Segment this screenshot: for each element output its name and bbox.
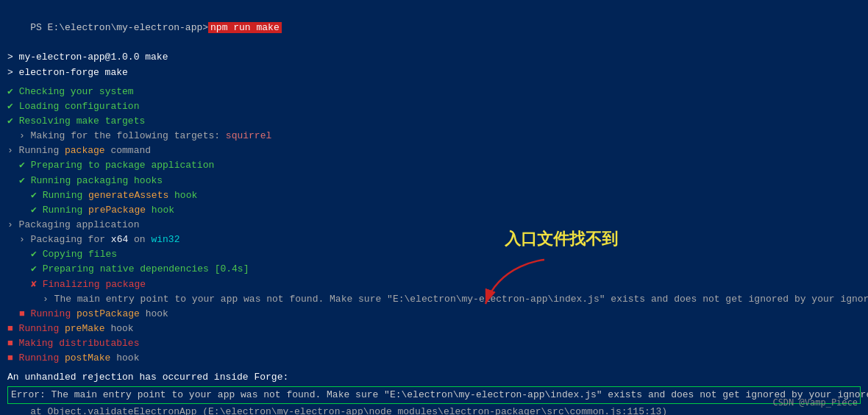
terminal-line: ✔ Resolving make targets <box>7 114 861 129</box>
red-arrow-icon <box>478 256 559 311</box>
terminal-line: at Object.validateElectronApp (E:\electr… <box>7 405 861 415</box>
terminal-line: › Running package command <box>7 143 861 158</box>
cmd-box: npm run make <box>208 22 282 33</box>
terminal-line: ✔ Preparing to package application <box>7 158 861 173</box>
terminal-line: ✔ Running packaging hooks <box>7 174 861 188</box>
prompt-ps: PS E:\electron\my-electron-app> <box>30 22 208 33</box>
terminal-line: › Packaging for x64 on win32 <box>7 233 861 247</box>
watermark: CSDN @Vamp_Piece <box>772 397 858 408</box>
terminal-line: ✔ Preparing native dependencies [0.4s] <box>7 262 861 277</box>
terminal-line: ✔ Loading configuration <box>7 99 861 114</box>
terminal-line: ■ Running postMake hook <box>7 351 861 366</box>
terminal-line: ■ Running postPackage hook <box>7 307 861 322</box>
terminal-line: › The main entry point to your app was n… <box>7 292 861 307</box>
terminal-line: ✘ Finalizing package <box>7 277 861 292</box>
terminal-line: > electron-forge make <box>7 65 861 80</box>
terminal-line: > my-electron-app@1.0.0 make <box>7 50 861 65</box>
annotation-text: 入口文件找不到 <box>505 228 618 250</box>
terminal-line: ■ Making distributables <box>7 336 861 351</box>
terminal-output: > my-electron-app@1.0.0 make> electron-f… <box>7 50 861 415</box>
terminal-line: ✔ Running generateAssets hook <box>7 188 861 203</box>
prompt-line: PS E:\electron\my-electron-app>npm run m… <box>7 6 861 50</box>
terminal-line: ✔ Checking your system <box>7 85 861 99</box>
terminal-line: ✔ Running prePackage hook <box>7 203 861 218</box>
terminal-line: ■ Running preMake hook <box>7 322 861 336</box>
terminal-line: › Making for the following targets: squi… <box>7 129 861 143</box>
terminal-line: ✔ Copying files <box>7 247 861 262</box>
terminal-window: PS E:\electron\my-electron-app>npm run m… <box>0 0 868 415</box>
terminal-line: An unhandled rejection has occurred insi… <box>7 370 861 385</box>
terminal-line: › Packaging application <box>7 218 861 233</box>
error-line: Error: The main entry point to your app … <box>7 386 861 404</box>
